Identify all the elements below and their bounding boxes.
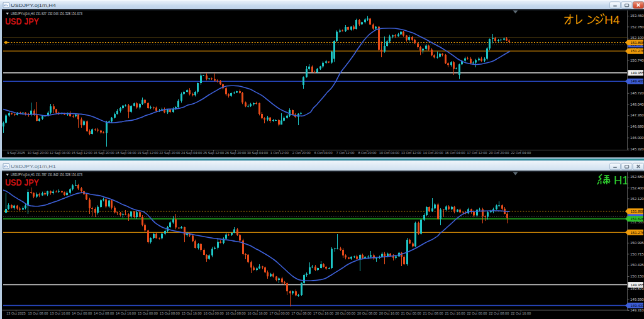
svg-text:149.590: 149.590 <box>630 298 644 301</box>
svg-text:19 Sep 12:00: 19 Sep 12:00 <box>137 151 158 155</box>
svg-text:15 Oct 16:00: 15 Oct 16:00 <box>182 311 202 315</box>
svg-text:17 Oct 16:00: 17 Oct 16:00 <box>313 311 333 315</box>
svg-text:17 Oct 00:00: 17 Oct 00:00 <box>269 311 289 315</box>
svg-text:USDJPY.oj1m,H4: USDJPY.oj1m,H4 <box>11 3 57 8</box>
svg-text:22 Sep 20:00: 22 Sep 20:00 <box>159 151 180 155</box>
svg-text:H4: H4 <box>604 13 620 26</box>
svg-text:147.360: 147.360 <box>630 113 644 117</box>
svg-text:148.720: 148.720 <box>630 91 644 95</box>
svg-text:152.400: 152.400 <box>630 186 644 190</box>
svg-text:14 Oct 08:00: 14 Oct 08:00 <box>94 311 114 315</box>
svg-text:17 Oct 12:00: 17 Oct 12:00 <box>467 151 487 155</box>
svg-text:150.435: 150.435 <box>630 263 644 267</box>
svg-text:22 Oct 16:00: 22 Oct 16:00 <box>511 311 531 315</box>
svg-text:1 Oct 12:00: 1 Oct 12:00 <box>270 151 289 155</box>
svg-text:H1: H1 <box>614 174 629 187</box>
svg-text:14 Oct 16:00: 14 Oct 16:00 <box>116 311 136 315</box>
svg-text:146.000: 146.000 <box>630 136 644 140</box>
svg-text:150.740: 150.740 <box>630 59 644 62</box>
svg-text:6 Oct 04:00: 6 Oct 04:00 <box>314 151 333 155</box>
svg-text:152.100: 152.100 <box>630 36 644 40</box>
svg-text:151.808: 151.808 <box>631 210 644 213</box>
svg-text:13 Oct 12:00: 13 Oct 12:00 <box>401 151 421 155</box>
svg-text:USDJPY.oj1m,H1: USDJPY.oj1m,H1 <box>11 164 57 169</box>
svg-text:16 Sep 20:00: 16 Sep 20:00 <box>93 151 114 155</box>
svg-text:149.955: 149.955 <box>631 71 644 75</box>
svg-text:14 Oct 20:00: 14 Oct 20:00 <box>423 151 443 155</box>
svg-text:152.120: 152.120 <box>630 197 644 201</box>
svg-text:145.320: 145.320 <box>630 147 644 151</box>
svg-text:USD JPY: USD JPY <box>5 16 39 26</box>
svg-text:21 Oct 00:00: 21 Oct 00:00 <box>401 311 421 315</box>
svg-text:18 Sep 04:00: 18 Sep 04:00 <box>115 151 136 155</box>
svg-text:150.995: 150.995 <box>630 241 644 245</box>
svg-text:USD JPY: USD JPY <box>5 177 39 187</box>
svg-text:20 Oct 16:00: 20 Oct 16:00 <box>379 311 399 315</box>
svg-text:30 Sep 04:00: 30 Sep 04:00 <box>247 151 268 155</box>
svg-text:10 Oct 04:00: 10 Oct 04:00 <box>379 151 399 155</box>
svg-text:16 Oct 00:00: 16 Oct 00:00 <box>204 311 224 315</box>
svg-text:16 Oct 04:00: 16 Oct 04:00 <box>445 151 465 155</box>
svg-text:20 Oct 20:00: 20 Oct 20:00 <box>489 151 509 155</box>
svg-text:153.460: 153.460 <box>630 14 644 18</box>
svg-text:146.680: 146.680 <box>630 125 644 128</box>
svg-text:15 Oct 08:00: 15 Oct 08:00 <box>160 311 180 315</box>
svg-text:8 Oct 20:00: 8 Oct 20:00 <box>358 151 376 155</box>
svg-text:151.808: 151.808 <box>631 41 644 45</box>
svg-text:20 Oct 00:00: 20 Oct 00:00 <box>335 311 355 315</box>
svg-text:21 Oct 16:00: 21 Oct 16:00 <box>445 311 465 315</box>
svg-text:14 Oct 00:00: 14 Oct 00:00 <box>72 311 92 315</box>
svg-text:7 Oct 12:00: 7 Oct 12:00 <box>336 151 355 155</box>
svg-text:149.433: 149.433 <box>631 304 644 308</box>
svg-text:152.680: 152.680 <box>630 175 644 179</box>
svg-text:10 Sep 20:00: 10 Sep 20:00 <box>28 151 48 155</box>
svg-text:13 Oct 08:00: 13 Oct 08:00 <box>28 311 48 315</box>
svg-text:152.780: 152.780 <box>630 25 644 29</box>
svg-text:24 Sep 04:00: 24 Sep 04:00 <box>181 151 202 155</box>
svg-text:22 Oct 04:00: 22 Oct 04:00 <box>511 151 531 155</box>
svg-text:12 Sep 04:00: 12 Sep 04:00 <box>50 151 70 155</box>
svg-text:20 Oct 08:00: 20 Oct 08:00 <box>357 311 377 315</box>
svg-text:17 Oct 08:00: 17 Oct 08:00 <box>291 311 311 315</box>
svg-text:151.276: 151.276 <box>631 49 644 53</box>
svg-text:148.040: 148.040 <box>630 103 644 106</box>
svg-text:150.150: 150.150 <box>630 274 644 278</box>
svg-text:2 Oct 20:00: 2 Oct 20:00 <box>292 151 311 155</box>
svg-text:15 Oct 00:00: 15 Oct 00:00 <box>138 311 158 315</box>
svg-text:25 Sep 12:00: 25 Sep 12:00 <box>203 151 224 155</box>
svg-text:22 Oct 08:00: 22 Oct 08:00 <box>489 311 509 315</box>
svg-text:149.310: 149.310 <box>630 308 644 312</box>
svg-text:150.715: 150.715 <box>630 252 644 256</box>
svg-text:22 Oct 00:00: 22 Oct 00:00 <box>467 311 487 315</box>
svg-text:13 Oct 2025: 13 Oct 2025 <box>6 311 25 315</box>
svg-text:16 Oct 08:00: 16 Oct 08:00 <box>225 311 245 315</box>
svg-text:26 Sep 20:00: 26 Sep 20:00 <box>225 151 246 155</box>
svg-text:16 Oct 16:00: 16 Oct 16:00 <box>247 311 267 315</box>
svg-text:151.276: 151.276 <box>631 231 644 235</box>
svg-text:151.626: 151.626 <box>631 217 644 221</box>
svg-text:15 Sep 12:00: 15 Sep 12:00 <box>72 151 92 155</box>
svg-text:13 Oct 16:00: 13 Oct 16:00 <box>50 311 70 315</box>
svg-text:21 Oct 08:00: 21 Oct 08:00 <box>423 311 443 315</box>
svg-text:9 Sep 2025: 9 Sep 2025 <box>7 151 25 155</box>
svg-text:149.955: 149.955 <box>631 283 644 287</box>
svg-text:149.870: 149.870 <box>630 287 644 291</box>
svg-text:149.433: 149.433 <box>631 79 644 83</box>
